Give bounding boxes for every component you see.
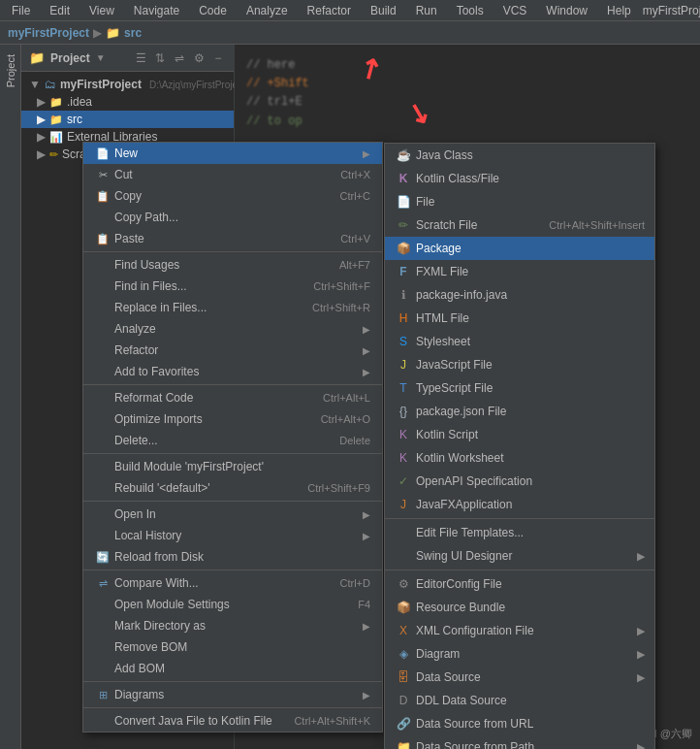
ctx-find-in-files[interactable]: Find in Files... Ctrl+Shift+F [83, 276, 382, 297]
sub-package[interactable]: 📦 Package [385, 237, 654, 260]
package-info-icon: ℹ [395, 287, 412, 303]
ctx-reformat[interactable]: Reformat Code Ctrl+Alt+L [83, 387, 382, 408]
menu-bar[interactable]: File Edit View Navigate Code Analyze Ref… [8, 2, 635, 19]
ctx-copy-path[interactable]: Copy Path... [83, 207, 382, 228]
ctx-mark-dir[interactable]: Mark Directory as ▶ [83, 615, 382, 636]
ctx-convert-kotlin[interactable]: Convert Java File to Kotlin File Ctrl+Al… [83, 710, 382, 732]
tree-item-idea[interactable]: ▶ 📁 .idea [21, 93, 234, 111]
sub-openapi[interactable]: ✓ OpenAPI Specification [385, 470, 654, 493]
sub-swing-arrow: ▶ [637, 550, 645, 563]
sub-datasource-arrow: ▶ [637, 671, 645, 684]
sub-package-info[interactable]: ℹ package-info.java [385, 283, 654, 307]
css-icon: S [395, 334, 412, 349]
expand-icon: ▼ [29, 78, 41, 91]
menu-tools[interactable]: Tools [453, 2, 488, 19]
sub-ddl[interactable]: D DDL Data Source [385, 689, 654, 712]
ctx-find-usages[interactable]: Find Usages Alt+F7 [83, 254, 382, 276]
menu-vcs[interactable]: VCS [499, 2, 531, 19]
ctx-module-settings-label: Open Module Settings [114, 598, 230, 611]
sub-openapi-label: OpenAPI Specification [416, 474, 532, 488]
ctx-favorites-arrow: ▶ [363, 367, 370, 377]
sub-editorconfig[interactable]: ⚙ EditorConfig File [385, 572, 654, 596]
ctx-reformat-label: Reformat Code [114, 391, 193, 405]
panel-dropdown-icon[interactable]: ▼ [96, 52, 106, 63]
panel-header: 📁 Project ▼ ☰ ⇅ ⇌ ⚙ − [21, 45, 234, 72]
menu-run[interactable]: Run [412, 2, 441, 19]
sub-java-class[interactable]: ☕ Java Class [385, 144, 654, 167]
sub-js[interactable]: J JavaScript File [385, 353, 654, 376]
sub-ts[interactable]: T TypeScript File [385, 376, 654, 400]
sub-html[interactable]: H HTML File [385, 307, 654, 330]
ctx-cut[interactable]: ✂ Cut Ctrl+X [83, 164, 382, 185]
ctx-copy[interactable]: 📋 Copy Ctrl+C [83, 185, 382, 207]
menu-view[interactable]: View [85, 2, 118, 19]
ctx-copy-label: Copy [114, 189, 142, 203]
sub-json[interactable]: {} package.json File [385, 400, 654, 423]
menu-edit[interactable]: Edit [46, 2, 74, 19]
breadcrumb-project[interactable]: myFirstProject [8, 26, 89, 40]
menu-help[interactable]: Help [603, 2, 635, 19]
sidebar-tab-project[interactable]: Project [2, 49, 19, 93]
panel-icon-settings[interactable]: ⚙ [191, 50, 207, 66]
sub-fxml[interactable]: F FXML File [385, 260, 654, 283]
sub-swing[interactable]: Swing UI Designer ▶ [385, 544, 654, 568]
ctx-local-history[interactable]: Local History ▶ [83, 525, 382, 546]
menu-file[interactable]: File [8, 2, 34, 19]
diagram-icon: ◈ [395, 646, 412, 662]
ctx-diagrams[interactable]: ⊞ Diagrams ▶ [83, 684, 382, 705]
sub-ddl-label: DDL Data Source [416, 694, 507, 707]
menu-window[interactable]: Window [542, 2, 591, 19]
sub-javafx[interactable]: J JavaFXApplication [385, 493, 654, 516]
sub-scratch[interactable]: ✏ Scratch File Ctrl+Alt+Shift+Insert [385, 213, 654, 237]
sub-stylesheet[interactable]: S Stylesheet [385, 330, 654, 353]
ctx-sep4 [83, 501, 382, 502]
sub-datasource-path[interactable]: 📁 Data Source from Path ▶ [385, 735, 654, 749]
sub-datasource-url[interactable]: 🔗 Data Source from URL [385, 712, 654, 735]
ctx-compare[interactable]: ⇌ Compare With... Ctrl+D [83, 572, 382, 594]
ctx-paste[interactable]: 📋 Paste Ctrl+V [83, 228, 382, 249]
ctx-refactor[interactable]: Refactor ▶ [83, 340, 382, 361]
panel-icon-list[interactable]: ☰ [133, 50, 148, 66]
menu-build[interactable]: Build [366, 2, 400, 19]
ctx-build-module[interactable]: Build Module 'myFirstProject' [83, 456, 382, 477]
sub-diagram[interactable]: ◈ Diagram ▶ [385, 642, 654, 666]
sub-edit-templates[interactable]: Edit File Templates... [385, 521, 654, 544]
ctx-rebuild[interactable]: Rebuild '<default>' Ctrl+Shift+F9 [83, 477, 382, 499]
ctx-add-bom[interactable]: Add BOM [83, 658, 382, 679]
ctx-analyze[interactable]: Analyze ▶ [83, 318, 382, 340]
js-icon: J [395, 357, 412, 373]
tree-item-project[interactable]: ▼ 🗂 myFirstProject D:\Azjq\myFirstProjec… [21, 76, 234, 93]
sub-json-label: package.json File [416, 405, 506, 418]
tree-item-src[interactable]: ▶ 📁 src [21, 111, 234, 128]
panel-icon-sync[interactable]: ⇌ [172, 50, 187, 66]
ctx-delete[interactable]: Delete... Delete [83, 430, 382, 451]
sub-file[interactable]: 📄 File [385, 190, 654, 213]
menu-code[interactable]: Code [195, 2, 231, 19]
sub-resource-bundle[interactable]: 📦 Resource Bundle [385, 596, 654, 619]
menu-analyze[interactable]: Analyze [242, 2, 292, 19]
sub-data-source[interactable]: 🗄 Data Source ▶ [385, 666, 654, 689]
ctx-reload[interactable]: 🔄 Reload from Disk [83, 546, 382, 568]
menu-refactor[interactable]: Refactor [303, 2, 355, 19]
new-icon: 📄 [95, 147, 111, 160]
ctx-optimize[interactable]: Optimize Imports Ctrl+Alt+O [83, 408, 382, 430]
breadcrumb-folder[interactable]: src [124, 26, 142, 40]
ctx-open-in[interactable]: Open In ▶ [83, 504, 382, 525]
panel-icon-close[interactable]: − [210, 50, 226, 66]
sub-kotlin-script[interactable]: K Kotlin Script [385, 423, 654, 446]
sub-kotlin-class[interactable]: K Kotlin Class/File [385, 167, 654, 190]
sub-kotlin-worksheet[interactable]: K Kotlin Worksheet [385, 446, 654, 470]
sub-xml-config[interactable]: X XML Configuration File ▶ [385, 619, 654, 642]
project-name: myFirstProject [60, 78, 142, 91]
ddl-icon: D [395, 693, 412, 708]
menu-navigate[interactable]: Navigate [130, 2, 183, 19]
sub-js-label: JavaScript File [416, 358, 493, 372]
ctx-build-label: Build Module 'myFirstProject' [114, 460, 264, 473]
sub-kotlin-label: Kotlin Class/File [416, 172, 499, 185]
ctx-remove-bom[interactable]: Remove BOM [83, 636, 382, 658]
ctx-add-favorites[interactable]: Add to Favorites ▶ [83, 361, 382, 382]
panel-icon-sort[interactable]: ⇅ [152, 50, 168, 66]
ctx-new[interactable]: 📄 New ▶ [83, 143, 382, 164]
ctx-module-settings[interactable]: Open Module Settings F4 [83, 594, 382, 615]
ctx-replace-in-files[interactable]: Replace in Files... Ctrl+Shift+R [83, 297, 382, 318]
